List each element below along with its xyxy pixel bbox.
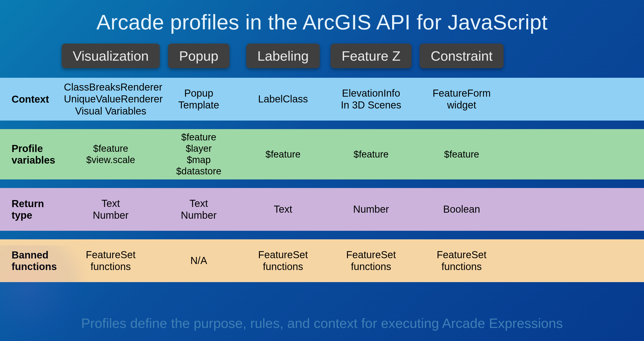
row-vars-label: Profile variables [10,143,63,166]
cell-vars-constraint: $feature [415,146,508,163]
row-context-label: Context [10,93,63,105]
col-labeling: Labeling [246,44,320,68]
cell-return-featurez: Number [327,201,415,218]
cell-vars-featurez: $feature [327,146,415,163]
row-profile-variables: Profile variables $feature $view.scale $… [0,129,644,179]
cell-return-popup: Text Number [158,195,239,224]
slide-footer: Profiles define the purpose, rules, and … [0,315,644,331]
slide-title: Arcade profiles in the ArcGIS API for Ja… [0,10,644,34]
cell-return-constraint: Boolean [415,201,508,218]
header-spacer [10,44,63,68]
cell-banned-constraint: FeatureSet functions [415,246,508,275]
cell-context-constraint: FeatureForm widget [415,85,508,113]
col-popup: Popup [168,44,229,68]
cell-banned-popup: N/A [158,252,239,269]
row-banned-functions: Banned functions FeatureSet functions N/… [0,239,644,282]
cell-context-featurez: ElevationInfo In 3D Scenes [327,85,415,113]
row-banned-label: Banned functions [10,249,63,272]
slide: Arcade profiles in the ArcGIS API for Ja… [0,0,644,341]
cell-context-labeling: LabelClass [239,91,327,107]
cell-context-visualization: ClassBreaksRenderer UniqueValueRenderer … [63,79,158,120]
col-constraint: Constraint [420,44,504,68]
col-feature-z: Feature Z [331,44,412,68]
row-return-label: Return type [10,198,63,221]
cell-banned-visualization: FeatureSet functions [63,246,158,275]
col-visualization: Visualization [62,44,160,68]
cell-banned-featurez: FeatureSet functions [327,246,415,275]
cell-context-popup: Popup Template [158,85,239,113]
cell-return-visualization: Text Number [63,195,158,224]
row-return-type: Return type Text Number Text Number Text… [0,188,644,231]
column-headers: Visualization Popup Labeling Feature Z C… [0,44,644,68]
row-context: Context ClassBreaksRenderer UniqueValueR… [0,78,644,121]
cell-return-labeling: Text [239,201,327,218]
cell-banned-labeling: FeatureSet functions [239,246,327,275]
cell-vars-popup: $feature $layer $map $datastore [158,129,239,179]
cell-vars-visualization: $feature $view.scale [63,140,158,168]
cell-vars-labeling: $feature [239,146,327,163]
